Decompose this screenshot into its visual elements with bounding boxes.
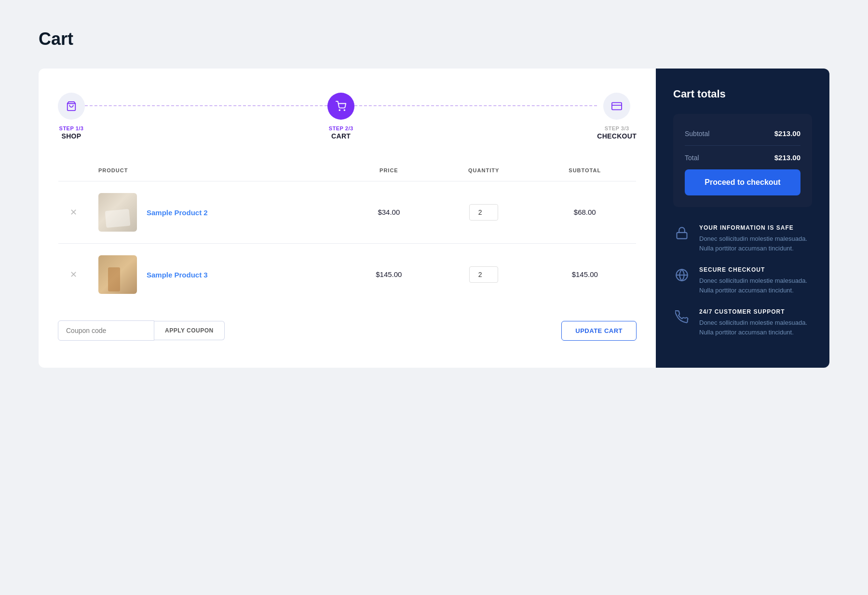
total-label: Total — [685, 154, 699, 162]
totals-panel: Cart totals Subtotal $213.00 Total $213.… — [656, 69, 829, 368]
trust-desc-support: Donec sollicitudin molestie malesuada. N… — [699, 318, 812, 337]
step-2-label: CART — [331, 132, 351, 140]
table-row: ✕ Sample Product 3 $145.00 — [58, 244, 637, 306]
product-cell-2: Sample Product 3 — [89, 244, 344, 306]
step-1[interactable]: STEP 1/3 SHOP — [58, 93, 85, 140]
subtotal-cell-1: $68.00 — [534, 181, 637, 244]
totals-card: Subtotal $213.00 Total $213.00 Proceed t… — [673, 114, 812, 207]
subtotal-label: Subtotal — [685, 130, 709, 138]
bag-icon — [66, 101, 77, 111]
qty-cell-1 — [434, 181, 534, 244]
svg-rect-3 — [612, 103, 622, 110]
trust-title-secure: SECURE CHECKOUT — [699, 266, 812, 273]
total-row: Total $213.00 — [685, 150, 800, 166]
price-2: $145.00 — [376, 270, 402, 278]
remove-cell-2: ✕ — [58, 244, 89, 306]
globe-icon — [673, 266, 691, 284]
step-3-circle — [603, 93, 630, 120]
trust-desc-safe: Donec sollicitudin molestie malesuada. N… — [699, 234, 812, 253]
lock-icon — [673, 224, 691, 242]
price-cell-2: $145.00 — [344, 244, 434, 306]
remove-cell-1: ✕ — [58, 181, 89, 244]
svg-rect-5 — [677, 233, 687, 239]
product-link-1[interactable]: Sample Product 2 — [147, 208, 208, 217]
price-cell-1: $34.00 — [344, 181, 434, 244]
update-cart-button[interactable]: UPDATE CART — [561, 321, 637, 341]
total-value: $213.00 — [774, 153, 800, 162]
price-1: $34.00 — [378, 208, 400, 216]
step-3[interactable]: STEP 3/3 CHECKOUT — [597, 93, 637, 140]
svg-point-2 — [344, 110, 345, 111]
subtotal-row: Subtotal $213.00 — [685, 125, 800, 146]
card-icon — [611, 101, 622, 111]
product-image-1 — [98, 193, 137, 232]
checkout-button[interactable]: Proceed to checkout — [685, 169, 800, 195]
qty-input-1[interactable] — [469, 204, 498, 221]
subtotal-2: $145.00 — [572, 270, 598, 278]
step-1-num: STEP 1/3 — [59, 125, 84, 131]
cart-icon — [336, 101, 346, 111]
product-cell-1: Sample Product 2 — [89, 181, 344, 244]
step-1-circle — [58, 93, 85, 120]
step-line-2 — [354, 105, 597, 106]
main-layout: STEP 1/3 SHOP STEP 2/3 CART — [39, 69, 829, 368]
step-3-num: STEP 3/3 — [605, 125, 629, 131]
apply-coupon-button[interactable]: APPLY COUPON — [154, 321, 225, 340]
subtotal-1: $68.00 — [574, 208, 596, 216]
cart-section: STEP 1/3 SHOP STEP 2/3 CART — [39, 69, 656, 368]
step-2-num: STEP 2/3 — [329, 125, 353, 131]
cart-table: PRODUCT PRICE QUANTITY SUBTOTAL ✕ Sample… — [58, 159, 637, 306]
phone-icon — [673, 308, 691, 326]
trust-title-safe: YOUR INFORMATION IS SAFE — [699, 224, 812, 231]
col-price: PRICE — [344, 160, 434, 181]
step-2[interactable]: STEP 2/3 CART — [327, 93, 354, 140]
cart-totals-title: Cart totals — [673, 88, 812, 100]
table-row: ✕ Sample Product 2 $34.00 — [58, 181, 637, 244]
trust-item-safe: YOUR INFORMATION IS SAFE Donec sollicitu… — [673, 224, 812, 253]
col-remove — [58, 160, 89, 181]
subtotal-value: $213.00 — [774, 129, 800, 138]
qty-input-2[interactable] — [469, 266, 498, 283]
col-subtotal: SUBTOTAL — [534, 160, 637, 181]
trust-desc-secure: Donec sollicitudin molestie malesuada. N… — [699, 276, 812, 295]
svg-point-1 — [339, 110, 340, 111]
trust-item-secure: SECURE CHECKOUT Donec sollicitudin moles… — [673, 266, 812, 295]
step-line-1 — [85, 105, 327, 106]
trust-items: YOUR INFORMATION IS SAFE Donec sollicitu… — [673, 224, 812, 337]
step-2-circle — [327, 93, 354, 120]
trust-item-support: 24/7 CUSTOMER SUPPORT Donec sollicitudin… — [673, 308, 812, 337]
col-quantity: QUANTITY — [434, 160, 534, 181]
product-link-2[interactable]: Sample Product 3 — [147, 271, 208, 279]
qty-cell-2 — [434, 244, 534, 306]
coupon-input[interactable] — [58, 320, 154, 341]
coupon-row: APPLY COUPON UPDATE CART — [58, 320, 637, 341]
remove-button-1[interactable]: ✕ — [68, 206, 79, 219]
remove-button-2[interactable]: ✕ — [68, 268, 79, 281]
product-image-2 — [98, 255, 137, 294]
step-3-label: CHECKOUT — [597, 132, 637, 140]
trust-title-support: 24/7 CUSTOMER SUPPORT — [699, 308, 812, 315]
steps-row: STEP 1/3 SHOP STEP 2/3 CART — [58, 93, 637, 140]
subtotal-cell-2: $145.00 — [534, 244, 637, 306]
col-product: PRODUCT — [89, 160, 344, 181]
step-1-label: SHOP — [62, 132, 81, 140]
page-title: Cart — [39, 29, 829, 49]
